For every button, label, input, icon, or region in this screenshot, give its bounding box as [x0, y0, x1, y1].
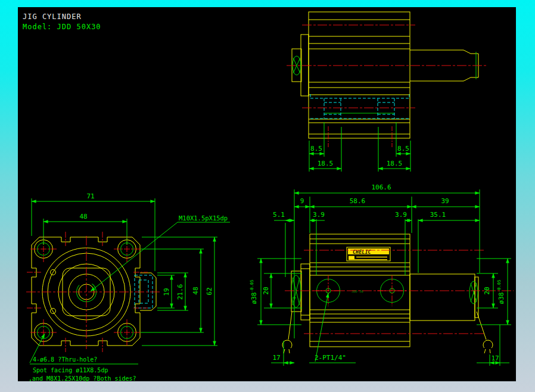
dim-20-right: 20: [483, 287, 491, 294]
dim-21_6: 21.6: [176, 284, 184, 300]
dim-17-right: 17: [491, 354, 499, 362]
dim-62: 62: [206, 287, 213, 295]
note-line-1: 4-ø6.8 ?Thru-hole?: [33, 356, 97, 363]
dim-106_6: 106.6: [371, 183, 391, 191]
dim-5_1: 5.1: [273, 211, 285, 219]
cad-viewer-window: JIG CYLINDER Model: JDD 50X30: [0, 0, 535, 392]
dim-58_6: 58.6: [350, 197, 366, 205]
dim-8_5-right: 8.5: [397, 145, 409, 153]
dim-3_9-left: 3.9: [313, 211, 325, 219]
dim-17-left: 17: [272, 354, 280, 362]
brand-name: CHELIC: [353, 249, 372, 255]
dim-9: 9: [300, 197, 304, 205]
product-title: JIG CYLINDER: [23, 13, 82, 21]
note-line-3: ,and M8X1.25X10dp ?Both sides?: [29, 375, 136, 382]
dim-71: 71: [86, 192, 94, 200]
dim-35_1: 35.1: [430, 211, 446, 219]
dim-48-top: 48: [79, 213, 87, 220]
dim-19: 19: [163, 288, 170, 295]
dim-18_5-right: 18.5: [387, 160, 403, 167]
brand-label: CHELIC: [347, 247, 390, 261]
dim-39: 39: [441, 197, 449, 205]
dim-8_5-left: 8.5: [310, 145, 322, 153]
port-callout: 2-PT1/4": [315, 354, 346, 362]
model-number: Model: JDD 50X30: [23, 23, 101, 31]
thread-callout: M10X1.5pX15dp: [179, 214, 228, 222]
etched-model-text: JDD 50: [352, 290, 363, 293]
cad-drawing-surface: JIG CYLINDER Model: JDD 50X30: [0, 0, 535, 392]
dim-3_9-right: 3.9: [395, 211, 407, 219]
note-line-2: Spot facing ø11X8.5dp: [33, 367, 108, 374]
dim-18_5-left: 18.5: [318, 160, 334, 167]
dim-20-left: 20: [262, 287, 270, 294]
dim-48-right: 48: [192, 287, 200, 294]
